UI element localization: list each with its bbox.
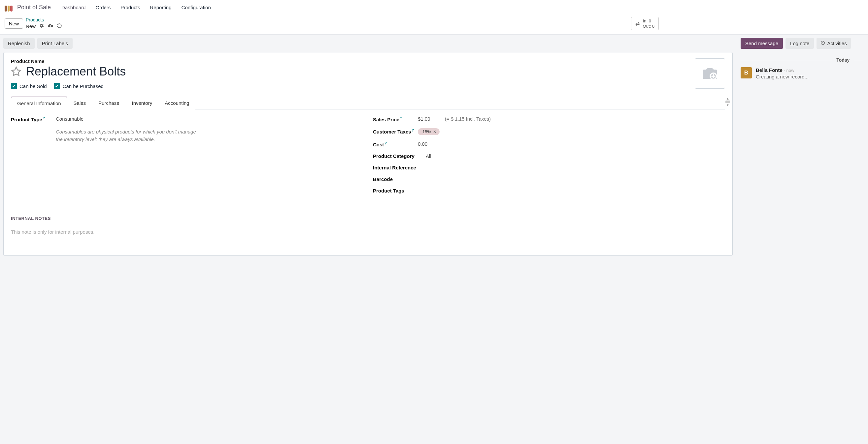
transfer-icon: ⇄ — [635, 21, 640, 27]
nav-dashboard[interactable]: Dashboard — [57, 3, 89, 12]
nav-configuration[interactable]: Configuration — [178, 3, 215, 12]
sales-price-label: Sales Price — [373, 117, 399, 122]
can-be-purchased-checkbox[interactable]: ✔ Can be Purchased — [54, 83, 104, 89]
help-icon[interactable]: ? — [412, 128, 414, 132]
internal-notes-input[interactable]: This note is only for internal purposes. — [11, 229, 725, 242]
nav-products[interactable]: Products — [117, 3, 144, 12]
tab-inventory[interactable]: Inventory — [125, 97, 158, 109]
product-category-label: Product Category — [373, 153, 426, 159]
product-image-upload[interactable] — [695, 58, 725, 89]
camera-plus-icon — [701, 64, 719, 83]
svg-marker-0 — [12, 67, 21, 75]
scroll-down-icon[interactable]: ▼ — [726, 103, 730, 107]
customer-taxes-label: Customer Taxes — [373, 129, 411, 135]
can-be-sold-checkbox[interactable]: ✔ Can be Sold — [11, 83, 47, 89]
new-button[interactable]: New — [5, 19, 23, 29]
in-value: 0 — [649, 19, 651, 24]
scroll-track[interactable] — [725, 101, 730, 103]
product-type-label: Product Type — [11, 117, 42, 122]
print-labels-button[interactable]: Print Labels — [37, 38, 72, 49]
product-name-label: Product Name — [11, 58, 688, 64]
out-label: Out: — [643, 24, 651, 29]
undo-icon[interactable] — [57, 23, 62, 30]
product-name-value[interactable]: Replacement Bolts — [26, 65, 126, 78]
breadcrumb-current: New — [26, 24, 36, 29]
tax-chip-label: 15% — [423, 129, 431, 134]
internal-notes-heading: Internal Notes — [11, 216, 725, 223]
scroll-up-icon[interactable]: ▲ — [726, 97, 730, 100]
tax-chip[interactable]: 15% ✕ — [418, 128, 440, 135]
cloud-upload-icon[interactable] — [48, 23, 54, 30]
checkmark-icon: ✔ — [11, 83, 17, 89]
favorite-star-icon[interactable] — [11, 66, 22, 77]
internal-reference-label: Internal Reference — [373, 165, 426, 170]
sub-header: New Products New ⇄ In: 0 Out: 0 — [0, 15, 868, 34]
form-tabs: General Information Sales Purchase Inven… — [11, 96, 725, 109]
out-value: 0 — [652, 24, 654, 29]
barcode-label: Barcode — [373, 176, 418, 182]
stock-in-out-button[interactable]: ⇄ In: 0 Out: 0 — [631, 17, 659, 30]
gear-icon[interactable] — [39, 23, 44, 30]
today-divider-label: Today — [836, 57, 849, 63]
can-be-sold-label: Can be Sold — [20, 83, 47, 89]
cost-value[interactable]: 0.00 — [418, 141, 725, 147]
activities-label: Activities — [827, 40, 846, 46]
product-category-value[interactable]: All — [426, 153, 725, 159]
replenish-button[interactable]: Replenish — [3, 38, 35, 49]
help-icon[interactable]: ? — [43, 116, 45, 120]
activities-button[interactable]: Activities — [816, 38, 850, 49]
chatter-sidebar: Send message Log note Activities Today B… — [736, 35, 868, 444]
cost-label: Cost — [373, 142, 384, 147]
send-message-button[interactable]: Send message — [741, 38, 783, 49]
tab-accounting[interactable]: Accounting — [158, 97, 195, 109]
tab-purchase[interactable]: Purchase — [92, 97, 125, 109]
remove-tax-icon[interactable]: ✕ — [433, 130, 436, 134]
clock-icon — [820, 40, 825, 46]
log-user[interactable]: Bella Fonte — [756, 67, 782, 73]
app-title: Point of Sale — [17, 4, 51, 11]
avatar[interactable]: B — [741, 67, 752, 78]
tab-sales[interactable]: Sales — [67, 97, 92, 109]
form-sheet: Product Name Replacement Bolts ✔ Can be … — [3, 52, 733, 256]
nav-orders[interactable]: Orders — [91, 3, 115, 12]
tab-general-information[interactable]: General Information — [11, 97, 67, 109]
product-tags-label: Product Tags — [373, 188, 418, 194]
sales-price-value[interactable]: $1.00 — [418, 116, 430, 122]
tab-scrollbar[interactable]: ▲ ▼ — [725, 96, 731, 107]
breadcrumb: Products New — [26, 17, 62, 30]
breadcrumb-parent[interactable]: Products — [26, 17, 62, 23]
help-icon[interactable]: ? — [384, 141, 387, 145]
top-navigation: Point of Sale Dashboard Orders Products … — [0, 0, 868, 15]
in-label: In: — [643, 19, 648, 24]
can-be-purchased-label: Can be Purchased — [63, 83, 104, 89]
product-type-value[interactable]: Consumable — [56, 116, 363, 122]
product-type-description: Consumables are physical products for wh… — [56, 128, 201, 143]
log-message: Creating a new record... — [756, 74, 809, 79]
app-icon[interactable] — [5, 4, 12, 11]
nav-reporting[interactable]: Reporting — [146, 3, 176, 12]
log-time: now — [786, 68, 794, 73]
sales-price-incl-taxes: (= $ 1.15 Incl. Taxes) — [445, 116, 491, 122]
help-icon[interactable]: ? — [400, 116, 402, 120]
log-entry: B Bella Fonte - now Creating a new recor… — [741, 67, 863, 79]
checkmark-icon: ✔ — [54, 83, 60, 89]
log-note-button[interactable]: Log note — [785, 38, 814, 49]
